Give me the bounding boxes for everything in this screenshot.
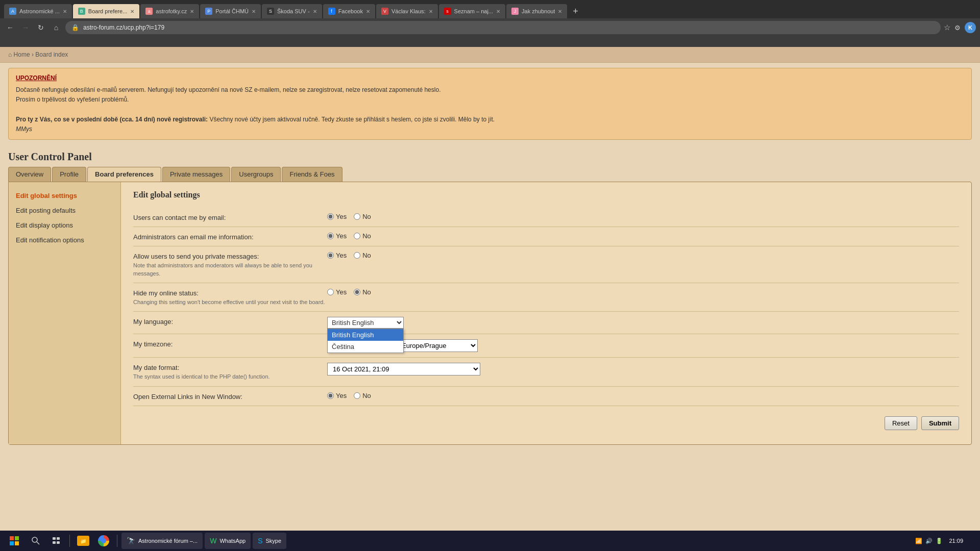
breadcrumb-home[interactable]: Home xyxy=(14,51,30,58)
label-online-status: Hide my online status: Changing this set… xyxy=(133,288,327,306)
address-bar[interactable]: 🔒 astro-forum.cz/ucp.php?i=179 xyxy=(65,21,941,34)
radio-admin-email-yes[interactable]: Yes xyxy=(327,232,347,240)
taskbar: 📁 🔭 Astronomické fórum –... W WhatsApp S… xyxy=(0,531,980,551)
tab-profile[interactable]: Profile xyxy=(52,167,86,182)
profile-button[interactable]: K xyxy=(965,22,976,33)
label-timezone: My timezone: xyxy=(133,339,327,348)
tab-facebook[interactable]: f Facebook ✕ xyxy=(323,4,375,18)
forum-app-label: Astronomické fórum –... xyxy=(138,538,198,544)
tab-astronomicke[interactable]: A Astronomické ... ✕ xyxy=(4,4,72,18)
radio-external-links-no[interactable]: No xyxy=(354,392,371,399)
page-content: ⌂ Home › Board index UPOZORNĚNÍ Dočasně … xyxy=(0,47,980,531)
alert-line3-bold: Pro ty z Vás, co se v poslední době (cca… xyxy=(16,116,208,123)
taskbar-task-view[interactable] xyxy=(47,533,65,549)
svg-rect-6 xyxy=(53,537,56,540)
browser-toolbar: ← → ↻ ⌂ 🔒 astro-forum.cz/ucp.php?i=179 ☆… xyxy=(0,18,980,37)
language-select[interactable]: British English Čeština xyxy=(327,317,404,329)
breadcrumb-board-index[interactable]: Board index xyxy=(35,51,68,58)
label-admin-email: Administrators can email me information: xyxy=(133,232,327,241)
new-tab-button[interactable]: + xyxy=(568,4,582,18)
submit-button[interactable]: Submit xyxy=(921,416,959,430)
reload-button[interactable]: ↻ xyxy=(35,21,47,34)
alert-line1: Dočasně nefunguje odesílání e-mailů serv… xyxy=(16,86,440,93)
dropdown-option-cestina[interactable]: Čeština xyxy=(328,341,403,353)
form-buttons: Reset Submit xyxy=(133,410,959,436)
taskbar-icon-chrome[interactable] xyxy=(94,533,113,549)
browser-tabs: A Astronomické ... ✕ B Board prefere... … xyxy=(0,0,980,18)
taskbar-app-skype[interactable]: S Skype xyxy=(253,533,286,549)
skype-icon: S xyxy=(258,537,262,545)
tab-skoda-suv[interactable]: S Škoda SUV - ✕ xyxy=(262,4,322,18)
tab-portal-chmu[interactable]: P Portál ČHMÚ ✕ xyxy=(200,4,261,18)
dropdown-option-british-english[interactable]: British English xyxy=(328,329,403,341)
bookmark-star[interactable]: ☆ xyxy=(944,23,950,32)
tab-board-preferences[interactable]: B Board prefere... ✕ xyxy=(73,4,139,18)
whatsapp-label: WhatsApp xyxy=(219,538,246,544)
radio-admin-email-no[interactable]: No xyxy=(354,232,371,240)
radio-online-status-no[interactable]: No xyxy=(354,288,371,296)
alert-signature: MMys xyxy=(16,126,32,133)
form-row-timezone: My timezone: Oct 2021, 21:09 Europe/Prag… xyxy=(133,334,959,358)
tab-overview[interactable]: Overview xyxy=(8,167,51,182)
taskbar-clock[interactable]: 21:09 xyxy=(949,538,963,544)
back-button[interactable]: ← xyxy=(4,21,16,34)
taskbar-app-whatsapp[interactable]: W WhatsApp xyxy=(205,533,251,549)
taskbar-app-forum[interactable]: 🔭 Astronomické fórum –... xyxy=(121,533,203,549)
tab-astrofotky[interactable]: a astrofotky.cz ✕ xyxy=(140,4,199,18)
form-row-admin-email: Administrators can email me information:… xyxy=(133,227,959,246)
radio-external-links-yes[interactable]: Yes xyxy=(327,392,347,399)
radio-group-online-status: Yes No xyxy=(327,288,371,296)
taskbar-separator-2 xyxy=(117,535,117,547)
taskbar-separator-1 xyxy=(69,535,70,547)
tab-seznam[interactable]: s Seznam – naj... ✕ xyxy=(439,4,505,18)
page-title: User Control Panel xyxy=(0,145,980,167)
tab-vaclav-klaus[interactable]: V Václav Klaus: ✕ xyxy=(376,4,438,18)
extensions-button[interactable]: ⚙ xyxy=(954,24,961,32)
radio-pm-no[interactable]: No xyxy=(354,252,371,259)
tab-jak-zhubnout[interactable]: J Jak zhubnout ✕ xyxy=(506,4,567,18)
tab-private-messages[interactable]: Private messages xyxy=(162,167,230,182)
date-format-select[interactable]: 16 Oct 2021, 21:09 xyxy=(327,363,480,375)
radio-online-status-yes[interactable]: Yes xyxy=(327,288,347,296)
label-date-format: My date format: The syntax used is ident… xyxy=(133,363,327,381)
radio-email-contact-no[interactable]: No xyxy=(354,213,371,220)
tab-usergroups[interactable]: Usergroups xyxy=(231,167,281,182)
control-language: British English Čeština British English … xyxy=(327,317,404,329)
main-panel: Edit global settings Edit posting defaul… xyxy=(8,182,972,445)
tabs-container: Overview Profile Board preferences Priva… xyxy=(0,167,980,182)
control-date-format: 16 Oct 2021, 21:09 xyxy=(327,363,480,375)
tab-friends-foes[interactable]: Friends & Foes xyxy=(282,167,342,182)
taskbar-icon-explorer[interactable]: 📁 xyxy=(74,533,92,549)
start-button[interactable] xyxy=(4,533,24,549)
svg-point-4 xyxy=(32,537,37,542)
sidebar: Edit global settings Edit posting defaul… xyxy=(9,182,121,444)
battery-icon: 🔋 xyxy=(936,538,943,544)
form-row-language: My language: British English Čeština Bri… xyxy=(133,312,959,334)
forward-button[interactable]: → xyxy=(19,21,32,34)
radio-email-contact-yes[interactable]: Yes xyxy=(327,213,347,220)
control-pm: Yes No xyxy=(327,252,371,259)
home-button[interactable]: ⌂ xyxy=(50,21,62,34)
sidebar-item-notification-options[interactable]: Edit notification options xyxy=(9,233,120,247)
reset-button[interactable]: Reset xyxy=(885,416,917,430)
taskbar-right: 📶 🔊 🔋 21:09 xyxy=(915,538,976,544)
svg-rect-8 xyxy=(53,541,56,544)
clock-time: 21:09 xyxy=(949,538,963,544)
label-email-contact: Users can contact me by email: xyxy=(133,213,327,221)
sidebar-item-posting-defaults[interactable]: Edit posting defaults xyxy=(9,203,120,218)
svg-rect-1 xyxy=(15,536,19,540)
sidebar-item-global-settings[interactable]: Edit global settings xyxy=(9,188,120,203)
radio-group-admin-email: Yes No xyxy=(327,232,371,240)
radio-pm-yes[interactable]: Yes xyxy=(327,252,347,259)
timezone-select[interactable]: Europe/Prague xyxy=(396,339,478,352)
sidebar-item-display-options[interactable]: Edit display options xyxy=(9,218,120,233)
svg-rect-3 xyxy=(15,541,19,545)
skype-label: Skype xyxy=(265,538,281,544)
taskbar-search[interactable] xyxy=(27,533,45,549)
alert-title: UPOZORNĚNÍ xyxy=(16,73,964,83)
tab-board-pref[interactable]: Board preferences xyxy=(87,167,161,182)
whatsapp-icon: W xyxy=(210,537,216,545)
network-icon: 📶 xyxy=(915,538,922,544)
svg-rect-7 xyxy=(57,537,60,540)
system-tray: 📶 🔊 🔋 xyxy=(915,538,943,544)
